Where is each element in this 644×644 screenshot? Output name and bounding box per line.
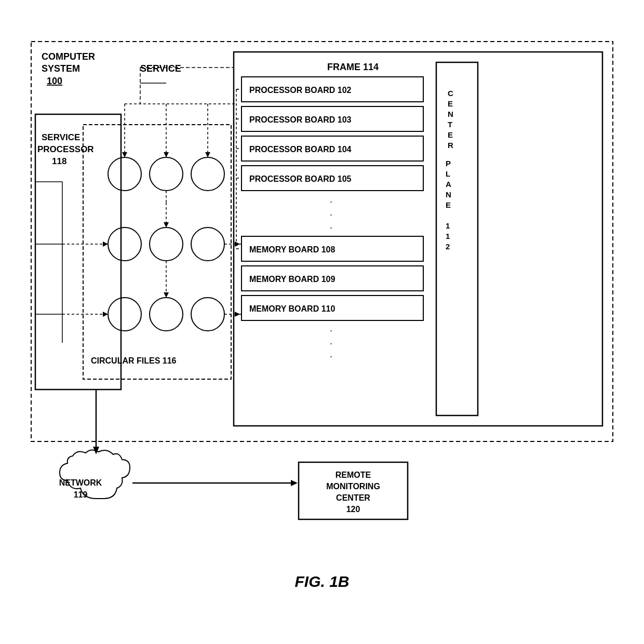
processor-board-102-label: PROCESSOR BOARD 102: [249, 86, 352, 95]
center-plane-box: [436, 62, 478, 415]
circle-1-1: [108, 157, 141, 191]
circle-3-1: [108, 298, 141, 331]
svg-text:.: .: [330, 194, 332, 205]
svg-text:SYSTEM: SYSTEM: [42, 63, 80, 74]
processor-board-104-label: PROCESSOR BOARD 104: [249, 145, 352, 154]
svg-text:L: L: [446, 169, 450, 178]
svg-text:1: 1: [446, 221, 450, 230]
rmc-label-line1: REMOTE: [336, 471, 371, 479]
arrowhead-left-2-1: [103, 242, 108, 247]
svg-text:R: R: [448, 141, 453, 150]
circle-2-3: [191, 227, 224, 261]
circular-files-box: [83, 125, 231, 379]
arrowhead-right-2-3: [235, 242, 240, 247]
memory-board-109-label: MEMORY BOARD 109: [249, 275, 335, 284]
memory-board-108-label: MEMORY BOARD 108: [249, 245, 335, 254]
svg-text:E: E: [448, 99, 453, 108]
svg-text:1: 1: [446, 232, 450, 240]
svg-text:E: E: [446, 200, 451, 209]
svg-text:.: .: [330, 220, 332, 231]
circle-3-2: [150, 298, 183, 331]
fig-caption: FIG. 1B: [294, 573, 349, 590]
cloud-outline: [60, 450, 130, 499]
circle-2-1: [108, 227, 141, 261]
memory-board-110-label: MEMORY BOARD 110: [249, 304, 335, 313]
network-cloud: [60, 450, 130, 499]
arrowhead-right-3-3: [235, 312, 240, 317]
svg-text:2: 2: [446, 242, 450, 251]
svg-text:.: .: [330, 323, 332, 333]
svg-text:.: .: [330, 207, 332, 218]
arrowhead-1-3: [205, 152, 210, 157]
svg-text:118: 118: [52, 156, 66, 166]
frame-box: [234, 52, 602, 426]
network-label: NETWORK: [59, 478, 102, 487]
network-to-rmc-arrowhead: [291, 480, 298, 486]
arrowhead-1-1: [122, 152, 127, 157]
svg-text:119: 119: [74, 490, 88, 499]
rmc-label-line2: MONITORING: [326, 482, 380, 491]
processor-board-103-label: PROCESSOR BOARD 103: [249, 115, 352, 124]
svg-text:PROCESSOR: PROCESSOR: [37, 144, 94, 154]
circle-1-2: [150, 157, 183, 191]
svg-text:N: N: [446, 190, 451, 199]
svg-text:E: E: [448, 130, 453, 139]
rmc-label-number: 120: [346, 505, 360, 514]
circular-files-label: CIRCULAR FILES 116: [91, 356, 177, 365]
arrowhead-down-2-2: [164, 222, 169, 227]
frame-label: FRAME 114: [327, 62, 379, 72]
svg-text:P: P: [446, 159, 451, 168]
diagram-container: COMPUTER SYSTEM 100 SERVICE FRAME 114 PR…: [0, 0, 644, 644]
circle-3-3: [191, 298, 224, 331]
service-processor-box: [35, 114, 121, 390]
arrowhead-1-2: [164, 152, 169, 157]
svg-text:T: T: [448, 120, 452, 129]
computer-system-number: 100: [47, 76, 62, 86]
rmc-label-line3: CENTER: [336, 493, 370, 502]
svg-text:.: .: [330, 336, 332, 346]
service-label: SERVICE: [140, 63, 181, 74]
arrowhead-left-3-1: [103, 312, 108, 317]
center-plane-label: C: [448, 89, 453, 98]
service-processor-label: SERVICE: [42, 132, 80, 142]
circle-2-2: [150, 227, 183, 261]
svg-text:A: A: [446, 180, 451, 189]
svg-text:.: .: [330, 349, 332, 359]
svg-text:N: N: [448, 110, 453, 118]
circle-1-3: [191, 157, 224, 191]
processor-board-105-label: PROCESSOR BOARD 105: [249, 175, 352, 183]
arrowhead-down-3-2: [164, 292, 169, 298]
computer-system-label: COMPUTER: [42, 51, 95, 62]
